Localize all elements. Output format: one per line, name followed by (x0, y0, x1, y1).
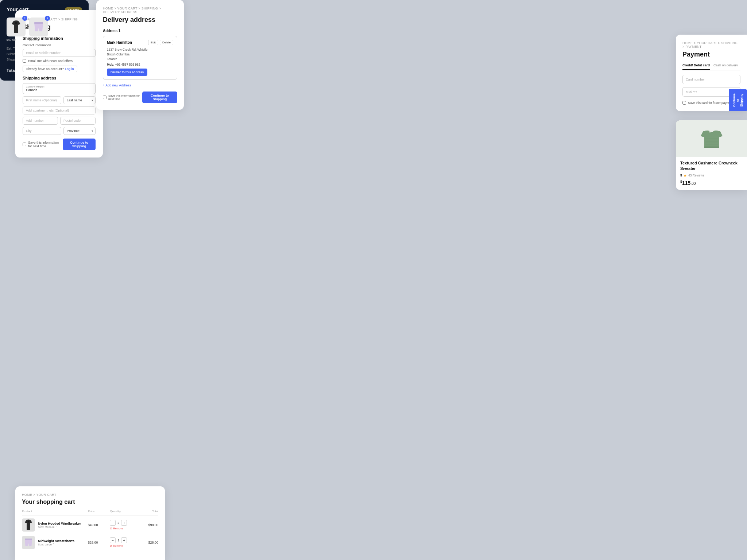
svg-rect-1 (34, 22, 43, 24)
qty-increase-1[interactable]: + (121, 520, 127, 526)
already-account-box: Already have an account? Log in (23, 66, 77, 72)
address-box: Mark Hamilton Edit Delete 1637 Brew Cree… (103, 36, 177, 80)
postal-field[interactable] (60, 117, 96, 125)
edit-button[interactable]: Edit (148, 40, 158, 45)
svg-point-8 (28, 521, 29, 522)
delivery-continue-button[interactable]: Continue to Shipping (142, 92, 177, 103)
remove-1-icon: ⊘ (110, 527, 112, 530)
table-row: Nylon Hooded Windbreaker Size: Medium ˅ … (22, 518, 158, 532)
apartment-field[interactable] (23, 106, 96, 114)
address-name: Mark Hamilton (107, 40, 132, 44)
continue-to-shipping-button[interactable]: Continue to Shipping (63, 139, 96, 150)
payment-continue-button[interactable]: Continue to Shipping (729, 89, 747, 111)
payment-card: HOME > YOUR CART > SHIPPING > PAYMENT Pa… (676, 35, 747, 111)
address-mob: Mob: +92 4587 526 982 (107, 63, 173, 66)
payment-tabs: Credit/ Debit card Cash on delivery (682, 63, 740, 70)
qty-increase-2[interactable]: + (121, 537, 127, 543)
add-address-link[interactable]: + Add new Address (103, 83, 177, 87)
country-field: Country/ Region Canada (23, 83, 96, 94)
total-label: Total (7, 68, 16, 74)
shipping-address-label: Shipping address (23, 76, 96, 80)
product-name: Textured Cashmere Crewneck Sweater (680, 160, 743, 172)
product-2-info: Midweight Sweatshorts Size: Large ˅ (22, 536, 88, 549)
email-offers-checkbox[interactable] (23, 59, 26, 63)
product-2-price: $28.00 (88, 541, 110, 544)
save-delivery-label: Save this information for next time (108, 94, 142, 101)
product-1-total: $98.00 (136, 523, 158, 527)
product-2-size: Size: Large ˅ (38, 543, 74, 546)
shorts-thumb-icon (23, 537, 34, 548)
product-1-name: Nylon Hooded Windbreaker (38, 522, 81, 525)
table-row: Midweight Sweatshorts Size: Large ˅ $28.… (22, 536, 158, 549)
cart-item-1: 2 $49.00 (7, 18, 26, 42)
shopping-cart-breadcrumb: HOME > YOUR CART (22, 493, 158, 497)
payment-breadcrumb: HOME > YOUR CART > SHIPPING > PAYMENT (682, 41, 740, 48)
product-1-thumb (22, 518, 35, 532)
cart-item-2-qty: 1 (45, 16, 50, 21)
star-icon: ★ (684, 174, 687, 178)
product-card: Textured Cashmere Crewneck Sweater 5 ★ 4… (676, 120, 747, 190)
mob-value: +92 4587 526 982 (115, 63, 140, 66)
product-2-qty-control: − 1 + ⊘ Remove (110, 537, 136, 548)
province-select[interactable]: Province (63, 127, 96, 135)
save-delivery-checkbox[interactable] (103, 96, 107, 99)
cart-item-2-price: $29.00 (29, 38, 48, 42)
email-offers-label: Email me with news and offers (28, 59, 73, 63)
shopping-cart-card: HOME > YOUR CART Your shopping cart Prod… (15, 486, 165, 560)
save-card-label: Save this card for faster payments (688, 101, 735, 105)
tab-credit-debit[interactable]: Credit/ Debit card (682, 63, 710, 70)
product-rating: 5 ★ 43 Reviews (680, 174, 743, 178)
product-1-info: Nylon Hooded Windbreaker Size: Medium ˅ (22, 518, 88, 532)
tab-cash[interactable]: Cash on delivery (713, 63, 738, 70)
svg-point-0 (15, 22, 17, 24)
hoodie-thumb-icon (23, 519, 34, 531)
deliver-to-address-button[interactable]: Deliver to this address (107, 69, 147, 76)
remove-2-button[interactable]: ⊘ Remove (110, 544, 136, 548)
product-2-total: $28.00 (136, 541, 158, 544)
hoodie-icon (9, 20, 23, 34)
country-label: Country/ Region (26, 85, 92, 88)
city-field[interactable] (23, 127, 61, 135)
col-quantity: Quantity (110, 510, 136, 513)
email-field[interactable] (23, 49, 96, 57)
save-info-checkbox[interactable] (23, 143, 26, 146)
shopping-cart-title: Your shopping cart (22, 499, 158, 505)
delete-button[interactable]: Delete (160, 40, 173, 45)
mob-label: Mob: (107, 63, 114, 66)
rating-number: 5 (680, 174, 682, 177)
login-link[interactable]: Log in (65, 67, 74, 71)
qty-value-2: 1 (117, 538, 119, 542)
sweater-icon (697, 126, 726, 151)
qty-value-1: 2 (117, 521, 119, 525)
cart-item-2: 1 $29.00 (29, 18, 48, 42)
number-field[interactable] (23, 117, 58, 125)
address-label: Address 1 (103, 29, 177, 33)
cart-item-2-img (29, 18, 48, 36)
shipping-card: HOME > YOUR CART > SHIPPING Shipping Shi… (15, 10, 103, 158)
country-value: Canada (26, 88, 92, 92)
col-price: Price (88, 510, 110, 513)
cart-item-1-price: $49.00 (7, 38, 26, 42)
col-product: Product (22, 510, 88, 513)
qty-decrease-2[interactable]: − (110, 537, 116, 543)
cart-item-1-img (7, 18, 26, 36)
col-total: Total (136, 510, 158, 513)
product-1-price: $49.00 (88, 523, 110, 527)
product-price: $115.00 (680, 180, 743, 186)
remove-1-button[interactable]: ⊘ Remove (110, 527, 136, 530)
first-name-field[interactable] (23, 96, 61, 104)
product-image (676, 120, 747, 157)
svg-rect-7 (704, 147, 719, 148)
qty-decrease-1[interactable]: − (110, 520, 116, 526)
product-1-size: Size: Medium ˅ (38, 525, 81, 529)
delivery-title: Delivery address (103, 16, 177, 24)
product-2-name: Midweight Sweatshorts (38, 539, 74, 543)
delivery-card: HOME > YOUR CART > SHIPPING > DELIVERY A… (96, 0, 184, 110)
address-region: British Columbia (107, 52, 173, 57)
cart-item-1-qty: 2 (22, 16, 27, 21)
reviews-count: 43 Reviews (688, 174, 704, 177)
last-name-select[interactable]: Last name (63, 96, 96, 104)
card-number-field[interactable] (682, 75, 740, 84)
save-card-checkbox[interactable] (682, 101, 686, 105)
shorts-icon (32, 20, 45, 34)
